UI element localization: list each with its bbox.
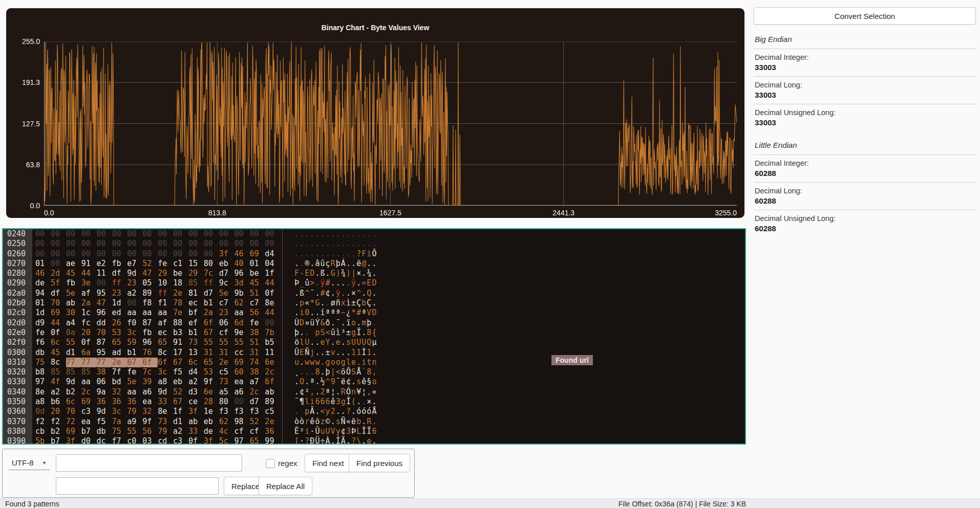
hex-byte[interactable]: bf <box>188 308 204 318</box>
hex-byte[interactable]: 91 <box>81 259 97 269</box>
hex-byte[interactable]: 87 <box>97 338 112 347</box>
hex-byte[interactable]: 85 <box>66 367 81 377</box>
hex-byte[interactable]: 3d <box>235 278 250 288</box>
hex-byte[interactable]: 4c <box>219 427 235 436</box>
hex-byte[interactable]: c1 <box>173 259 188 269</box>
hex-byte[interactable]: 5e <box>219 289 235 298</box>
hex-byte[interactable]: 00 <box>97 278 112 288</box>
hex-byte[interactable]: 5e <box>66 289 81 298</box>
hex-byte[interactable]: 0f <box>81 338 97 347</box>
ascii-column[interactable]: Þ_û>.ÿ#....ÿ.=ED <box>294 278 377 288</box>
hex-byte[interactable]: ea <box>235 377 250 387</box>
hex-byte[interactable]: 30 <box>66 308 81 318</box>
ascii-column[interactable]: F-ED.ß.G)¾)|×.¾. <box>294 269 377 278</box>
hex-byte[interactable]: 85 <box>51 367 66 377</box>
hex-byte[interactable]: be <box>173 269 188 278</box>
hex-byte[interactable]: 55 <box>204 338 219 347</box>
hex-byte[interactable]: 39 <box>142 377 158 387</box>
hex-byte[interactable]: 00 <box>97 239 112 249</box>
hex-byte[interactable]: 03 <box>142 436 158 445</box>
hex-byte[interactable]: 7c <box>204 269 219 278</box>
hex-byte[interactable]: 31 <box>249 348 265 358</box>
hex-byte[interactable]: d4 <box>265 249 280 259</box>
hex-byte[interactable]: fe <box>35 328 51 338</box>
hex-byte[interactable]: 9d <box>97 407 112 416</box>
find-next-button[interactable]: Find next <box>305 454 352 472</box>
hex-byte[interactable]: 38 <box>249 367 265 377</box>
hex-byte[interactable]: 9f <box>142 417 158 427</box>
hex-byte[interactable]: 89 <box>265 397 280 407</box>
ascii-column[interactable]: .ß^¯.#¢.ÿ..×^.Q. <box>294 289 377 298</box>
hex-byte[interactable]: 13 <box>188 348 204 358</box>
hex-byte[interactable]: 23 <box>127 278 142 288</box>
hex-byte[interactable]: 80 <box>219 397 235 407</box>
hex-byte[interactable]: fb <box>66 278 81 288</box>
hex-byte[interactable]: d9 <box>35 318 51 328</box>
hex-byte[interactable]: 36 <box>97 397 112 407</box>
hex-byte[interactable]: 6f <box>158 358 173 367</box>
hex-byte[interactable]: c7 <box>219 298 235 308</box>
hex-byte[interactable]: ab <box>265 387 280 397</box>
hex-byte[interactable]: 38 <box>249 328 265 338</box>
hex-byte[interactable]: 99 <box>265 436 280 445</box>
hex-byte[interactable]: 96 <box>235 269 250 278</box>
hex-byte[interactable]: 96 <box>142 338 158 347</box>
hex-byte[interactable]: ae <box>66 259 81 269</box>
hex-byte[interactable]: f5 <box>97 417 112 427</box>
hex-byte[interactable]: ea <box>81 417 97 427</box>
hex-byte[interactable]: 6f <box>142 358 158 367</box>
encoding-select[interactable]: UTF-8 ▼ <box>9 456 50 470</box>
hex-byte[interactable]: 00 <box>35 249 51 259</box>
hex-byte[interactable]: ff <box>112 278 127 288</box>
hex-byte[interactable]: ce <box>188 397 204 407</box>
hex-byte[interactable]: a2 <box>127 289 142 298</box>
replace-all-button[interactable]: Replace All <box>259 477 312 495</box>
hex-byte[interactable]: 00 <box>127 298 142 308</box>
hex-byte[interactable]: 8c <box>51 358 66 367</box>
hex-byte[interactable]: a7 <box>249 377 265 387</box>
hex-byte[interactable]: 55 <box>127 427 142 436</box>
hex-byte[interactable]: 62 <box>235 298 250 308</box>
hex-byte[interactable]: 47 <box>142 269 158 278</box>
hex-byte[interactable]: 00 <box>249 229 265 239</box>
hex-byte[interactable]: b2 <box>66 387 81 397</box>
hex-byte[interactable]: f1 <box>158 298 173 308</box>
hex-byte[interactable]: 00 <box>173 239 188 249</box>
hex-byte[interactable]: 00 <box>66 249 81 259</box>
hex-byte[interactable]: 5e <box>127 377 142 387</box>
hex-byte[interactable]: 1c <box>81 308 97 318</box>
hex-byte[interactable]: d7 <box>249 397 265 407</box>
hex-byte[interactable]: cd <box>158 436 173 445</box>
hex-byte[interactable]: db <box>97 427 112 436</box>
hex-byte[interactable]: 8c <box>158 348 173 358</box>
hex-byte[interactable]: f5 <box>173 367 188 377</box>
ascii-column[interactable]: .i0..íªªª~¿*#ªVD <box>294 308 377 318</box>
hex-byte[interactable]: fb <box>142 328 158 338</box>
hex-byte[interactable]: c5 <box>219 367 235 377</box>
ascii-column[interactable]: ................ <box>294 229 377 239</box>
hex-byte[interactable]: aa <box>127 387 142 397</box>
hex-byte[interactable]: 00 <box>127 229 142 239</box>
hex-byte[interactable]: 59 <box>127 338 142 347</box>
hex-byte[interactable]: 20 <box>51 407 66 416</box>
hex-byte[interactable]: 18 <box>173 278 188 288</box>
hex-byte[interactable]: 70 <box>97 328 112 338</box>
hex-byte[interactable]: 11 <box>265 348 280 358</box>
hex-byte[interactable]: 9a <box>97 387 112 397</box>
ascii-column[interactable]: ................ <box>294 239 377 249</box>
hex-byte[interactable]: a2 <box>188 377 204 387</box>
hex-byte[interactable]: f2 <box>35 417 51 427</box>
hex-byte[interactable]: 00 <box>188 229 204 239</box>
hex-byte[interactable]: e7 <box>127 259 142 269</box>
hex-byte[interactable]: de <box>204 427 219 436</box>
hex-byte[interactable]: 2a <box>81 298 97 308</box>
hex-byte[interactable]: 00 <box>112 239 127 249</box>
ascii-column[interactable]: òòrêõz©.sÑ«ëb.R. <box>294 417 377 427</box>
hex-byte[interactable]: 36 <box>112 397 127 407</box>
hex-byte[interactable]: 00 <box>97 249 112 259</box>
hex-byte[interactable]: b6 <box>51 397 66 407</box>
hex-byte[interactable]: 00 <box>142 239 158 249</box>
ascii-column[interactable]: ÙD¤üÝ&ð.¯.ïo.mþ. <box>294 318 377 328</box>
hex-byte[interactable]: 31 <box>219 348 235 358</box>
ascii-column[interactable]: .p«*G..øñxì±ÇbÇ. <box>294 298 377 308</box>
